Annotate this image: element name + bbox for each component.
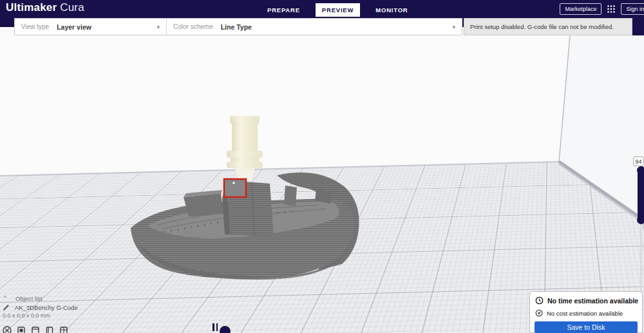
chevron-up-icon: ⌃ [3, 295, 9, 301]
object-list-title: Object list [15, 295, 43, 302]
benchy-model[interactable] [126, 166, 370, 282]
3d-viewport[interactable]: 94 ⌃ Object list AK_3DBenchy G-Code 0.0 … [0, 27, 644, 333]
taskbar [2, 325, 69, 333]
object-name: AK_3DBenchy G-Code [15, 304, 78, 311]
time-estimate-row: No time estimation available [535, 296, 642, 305]
taskbar-icon-2[interactable] [16, 325, 26, 333]
stage-tabs: PREPARE PREVIEW MONITOR [261, 3, 415, 17]
simulation-playhead[interactable] [220, 326, 231, 333]
color-scheme-value: Line Type [221, 23, 252, 31]
print-estimation-panel: No time estimation available No cost est… [529, 291, 643, 333]
clock-icon [535, 296, 544, 305]
object-list-panel: ⌃ Object list AK_3DBenchy G-Code 0.0 x 0… [3, 294, 78, 319]
object-list-item[interactable]: AK_3DBenchy G-Code [3, 303, 78, 312]
app-logo: Ultimaker Cura [6, 1, 84, 14]
object-list-toggle[interactable]: ⌃ Object list [3, 294, 78, 303]
layer-slider-handle-top[interactable] [637, 166, 644, 175]
view-type-value: Layer view [57, 23, 91, 31]
tab-prepare[interactable]: PREPARE [261, 3, 307, 17]
layer-slider-handle-bottom[interactable] [637, 216, 644, 224]
build-plate-grid [0, 27, 644, 166]
signin-button[interactable]: Sign in [621, 3, 644, 15]
save-to-disk-button[interactable]: Save to Disk [535, 321, 638, 333]
notice-text: Print setup disabled. G-code file can no… [470, 23, 614, 30]
taskbar-icon-3[interactable] [30, 325, 41, 333]
time-estimate-text: No time estimation available [547, 297, 638, 305]
brand-regular: Cura [60, 1, 84, 14]
layer-slider-range[interactable] [638, 169, 644, 222]
notice-banner: Print setup disabled. G-code file can no… [464, 18, 632, 35]
tab-monitor[interactable]: MONITOR [369, 3, 414, 17]
edit-icon [3, 304, 10, 311]
object-dimensions: 0.0 x 0.0 x 0.0 mm [3, 312, 78, 319]
stage-menu: View type Layer view ▾ Color scheme Line… [14, 18, 462, 35]
brand-bold: Ultimaker [6, 1, 57, 14]
color-scheme-dropdown[interactable]: Color scheme Line Type ▾ [167, 19, 462, 35]
layer-value-badge: 94 [633, 157, 644, 166]
apps-grid-icon[interactable] [607, 5, 616, 14]
tab-preview[interactable]: PREVIEW [316, 3, 360, 17]
view-type-dropdown[interactable]: View type Layer view ▾ [15, 19, 167, 35]
color-scheme-label: Color scheme [173, 23, 213, 30]
cost-icon [535, 309, 543, 317]
marketplace-button[interactable]: Marketplace [560, 3, 601, 15]
current-layer-highlight [224, 179, 246, 197]
chevron-down-icon: ▾ [452, 24, 455, 30]
taskbar-icon-4[interactable] [44, 325, 55, 333]
cost-estimate-row: No cost estimation available [535, 309, 642, 317]
pause-icon[interactable] [213, 323, 219, 333]
taskbar-icon-1[interactable] [2, 325, 12, 333]
taskbar-icon-5[interactable] [59, 325, 69, 333]
view-type-label: View type [21, 23, 49, 30]
chevron-down-icon: ▾ [156, 24, 160, 30]
cost-estimate-text: No cost estimation available [547, 310, 623, 317]
